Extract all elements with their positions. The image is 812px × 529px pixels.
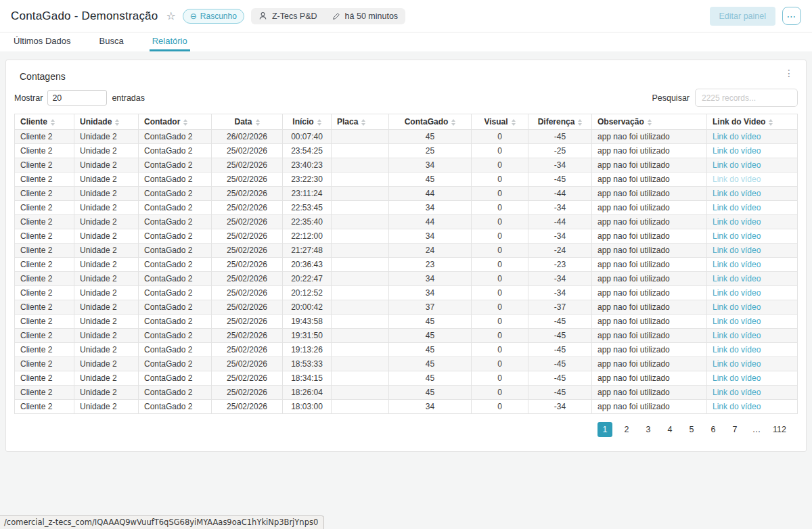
pagination-page-7[interactable]: 7 xyxy=(727,422,742,437)
dashboard-header: ContaGado - Demonstração ☆ ⊖ Rascunho Z-… xyxy=(0,0,812,51)
draft-badge-label: Rascunho xyxy=(200,12,237,21)
entries-suffix-label: entradas xyxy=(112,93,145,103)
sort-icon xyxy=(512,119,516,126)
column-header-unidade[interactable]: Unidade xyxy=(74,114,139,130)
tab-busca[interactable]: Busca xyxy=(97,32,127,51)
table-row: Cliente 2Unidade 2ContaGado 225/02/20262… xyxy=(15,286,798,300)
sort-icon xyxy=(578,119,582,126)
sort-icon xyxy=(51,119,55,126)
table-row: Cliente 2Unidade 2ContaGado 225/02/20261… xyxy=(15,315,798,329)
pagination: 1234567…112 xyxy=(14,422,798,437)
sort-icon xyxy=(769,119,773,126)
video-link[interactable]: Link do vídeo xyxy=(713,260,761,269)
pagination-page-6[interactable]: 6 xyxy=(706,422,721,437)
table-row: Cliente 2Unidade 2ContaGado 225/02/20262… xyxy=(15,244,798,258)
column-header-data[interactable]: Data xyxy=(212,114,283,130)
more-options-button[interactable]: ⋯ xyxy=(782,7,801,25)
column-header-contador[interactable]: Contador xyxy=(139,114,212,130)
table-row: Cliente 2Unidade 2ContaGado 225/02/20262… xyxy=(15,215,798,229)
video-link[interactable]: Link do vídeo xyxy=(713,274,761,283)
page-body: Contagens ⋮ Mostrar entradas Pesquisar xyxy=(0,51,812,529)
search-group: Pesquisar xyxy=(652,89,798,107)
video-link[interactable]: Link do vídeo xyxy=(713,302,761,312)
table-row: Cliente 2Unidade 2ContaGado 225/02/20262… xyxy=(15,144,798,158)
tab-relatório[interactable]: Relatório xyxy=(150,32,190,51)
table-row: Cliente 2Unidade 2ContaGado 225/02/20262… xyxy=(15,201,798,215)
video-link[interactable]: Link do vídeo xyxy=(713,359,761,369)
panel-title: Contagens xyxy=(14,68,66,82)
table-row: Cliente 2Unidade 2ContaGado 226/02/20260… xyxy=(15,130,798,144)
sort-icon xyxy=(317,119,321,126)
sort-icon xyxy=(115,119,119,126)
tab-últimos-dados[interactable]: Últimos Dados xyxy=(11,32,74,51)
video-link[interactable]: Link do vídeo xyxy=(713,345,761,354)
entries-prefix-label: Mostrar xyxy=(14,93,43,103)
entries-selector: Mostrar entradas xyxy=(14,90,145,106)
workspace-chip[interactable]: Z-Tecs P&D há 50 minutos xyxy=(251,8,405,24)
video-link[interactable]: Link do vídeo xyxy=(713,246,761,255)
sort-icon xyxy=(648,119,652,126)
column-header-link-do-video[interactable]: Link do Video xyxy=(707,114,798,130)
column-header-cliente[interactable]: Cliente xyxy=(15,114,74,130)
video-link[interactable]: Link do vídeo xyxy=(713,288,761,298)
column-header-diferenca[interactable]: Diferença xyxy=(528,114,592,130)
tab-bar: Últimos DadosBuscaRelatório xyxy=(0,32,812,51)
table-row: Cliente 2Unidade 2ContaGado 225/02/20262… xyxy=(15,300,798,315)
ellipsis-icon: ⋯ xyxy=(787,12,797,21)
table-row: Cliente 2Unidade 2ContaGado 225/02/20262… xyxy=(15,229,798,244)
last-edited-label: há 50 minutos xyxy=(345,12,399,21)
video-link[interactable]: Link do vídeo xyxy=(713,373,761,383)
entries-count-input[interactable] xyxy=(47,90,107,106)
pagination-ellipsis: … xyxy=(749,422,764,437)
link-preview-statusbar: /comercial_z-tecs_com/IQAAAQ9wVuufT6qSG6… xyxy=(0,515,324,529)
table-row: Cliente 2Unidade 2ContaGado 225/02/20261… xyxy=(15,371,798,386)
video-link[interactable]: Link do vídeo xyxy=(713,402,761,411)
column-header-inicio[interactable]: Início xyxy=(283,114,332,130)
video-link[interactable]: Link do vídeo xyxy=(713,189,761,198)
video-link[interactable]: Link do vídeo xyxy=(713,331,761,340)
pagination-page-1[interactable]: 1 xyxy=(597,422,612,437)
video-link[interactable]: Link do vídeo xyxy=(713,388,761,397)
pagination-page-112[interactable]: 112 xyxy=(771,422,788,437)
draft-badge[interactable]: ⊖ Rascunho xyxy=(183,9,244,24)
favorite-star-icon[interactable]: ☆ xyxy=(166,11,175,22)
page-title: ContaGado - Demonstração xyxy=(11,9,158,23)
sort-icon xyxy=(451,119,455,126)
contagens-table: Cliente Unidade Contador Data Início Pla… xyxy=(14,114,798,414)
pagination-page-4[interactable]: 4 xyxy=(662,422,677,437)
table-body: Cliente 2Unidade 2ContaGado 226/02/20260… xyxy=(15,130,798,414)
panel-menu-kebab-icon[interactable]: ⋮ xyxy=(780,68,798,78)
column-header-contagado[interactable]: ContaGado xyxy=(389,114,472,130)
contagens-panel: Contagens ⋮ Mostrar entradas Pesquisar xyxy=(5,60,807,452)
pagination-page-2[interactable]: 2 xyxy=(619,422,634,437)
table-row: Cliente 2Unidade 2ContaGado 225/02/20261… xyxy=(15,400,798,414)
column-header-placa[interactable]: Placa xyxy=(332,114,389,130)
table-header-row: Cliente Unidade Contador Data Início Pla… xyxy=(15,114,798,130)
edit-panel-button[interactable]: Editar painel xyxy=(710,7,776,26)
sort-icon xyxy=(183,119,187,126)
table-row: Cliente 2Unidade 2ContaGado 225/02/20261… xyxy=(15,357,798,371)
column-header-observacao[interactable]: Observação xyxy=(592,114,707,130)
video-link[interactable]: Link do vídeo xyxy=(713,160,761,170)
video-link[interactable]: Link do vídeo xyxy=(713,231,761,241)
table-row: Cliente 2Unidade 2ContaGado 225/02/20261… xyxy=(15,386,798,400)
pencil-icon xyxy=(332,12,340,20)
video-link[interactable]: Link do vídeo xyxy=(713,203,761,212)
table-row: Cliente 2Unidade 2ContaGado 225/02/20262… xyxy=(15,172,798,187)
table-row: Cliente 2Unidade 2ContaGado 225/02/20262… xyxy=(15,258,798,272)
title-row: ContaGado - Demonstração ☆ ⊖ Rascunho Z-… xyxy=(0,0,812,32)
search-input[interactable] xyxy=(695,89,798,107)
video-link[interactable]: Link do vídeo xyxy=(713,317,761,326)
video-link[interactable]: Link do vídeo xyxy=(713,217,761,227)
workspace-label: Z-Tecs P&D xyxy=(272,12,317,21)
pagination-page-3[interactable]: 3 xyxy=(641,422,656,437)
video-link[interactable]: Link do vídeo xyxy=(713,146,761,156)
circle-minus-icon: ⊖ xyxy=(190,12,197,20)
video-link[interactable]: Link do vídeo xyxy=(713,175,761,184)
video-link[interactable]: Link do vídeo xyxy=(713,132,761,141)
pagination-page-5[interactable]: 5 xyxy=(684,422,699,437)
panel-header: Contagens ⋮ xyxy=(14,68,798,82)
column-header-visual[interactable]: Visual xyxy=(472,114,528,130)
sort-icon xyxy=(256,119,260,126)
person-icon xyxy=(258,12,267,20)
